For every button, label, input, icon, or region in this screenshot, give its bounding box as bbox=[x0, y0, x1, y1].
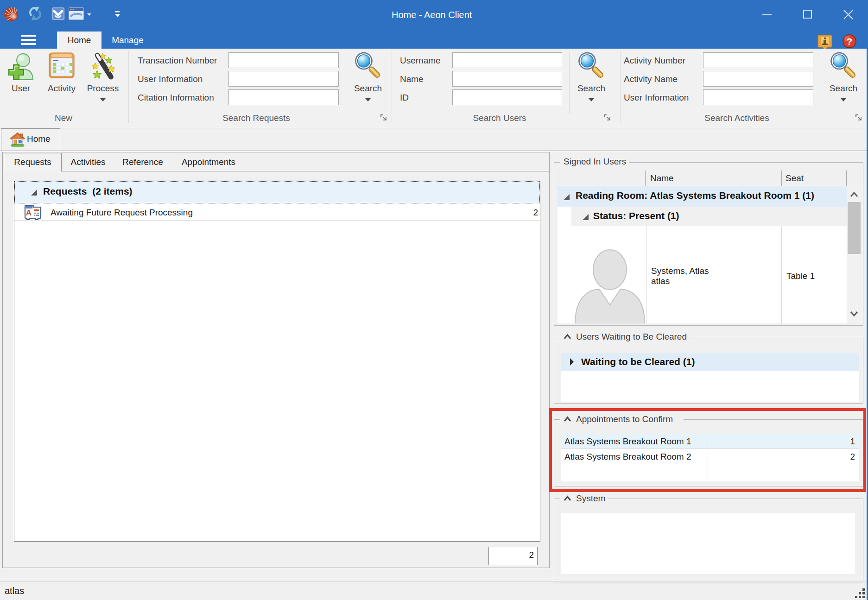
svg-text:A: A bbox=[26, 208, 32, 217]
svg-text:?: ? bbox=[847, 36, 853, 47]
